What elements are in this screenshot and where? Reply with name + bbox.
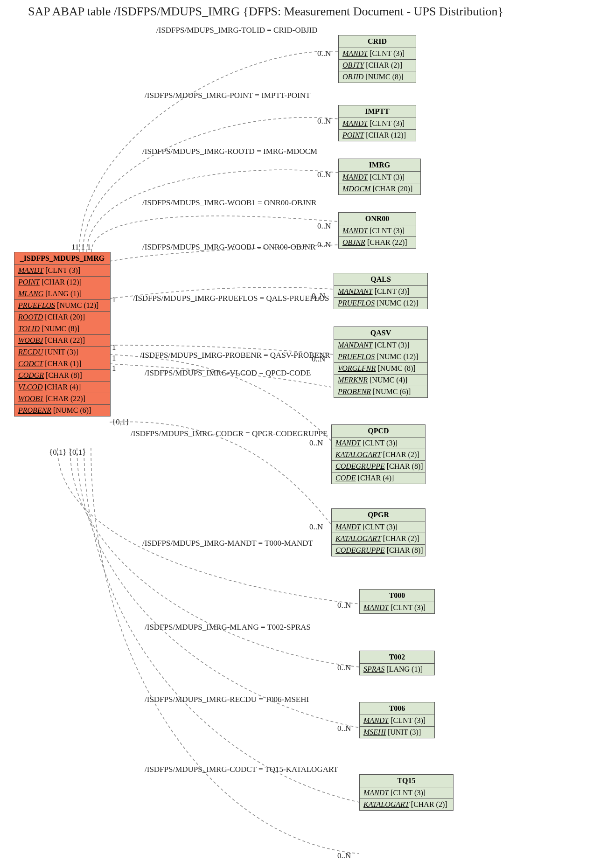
entity-field: CODGR [CHAR (8)] [14,370,110,382]
entity-field: MANDT [CLNT (3)] [14,265,110,277]
card-right: 0..N [317,240,331,250]
edge-label: /ISDFPS/MDUPS_IMRG-TOLID = CRID-OBJID [156,26,318,35]
edge-label: /ISDFPS/MDUPS_IMRG-PROBENR = QASV-PROBEN… [140,351,330,360]
entity-head: T006 [360,702,434,715]
entity-t000: T000MANDT [CLNT (3)] [359,589,435,614]
entity-head: QPCD [332,425,425,437]
entity-head: T002 [360,651,434,664]
page-title: SAP ABAP table /ISDFPS/MDUPS_IMRG {DFPS:… [28,5,503,19]
edge-label: /ISDFPS/MDUPS_IMRG-RECDU = T006-MSEHI [145,695,309,704]
entity-field: PRUEFLOS [NUMC (12)] [334,298,427,309]
entity-field: MERKNR [NUMC (4)] [334,375,427,386]
entity-field: KATALOGART [CHAR (2)] [332,449,425,461]
entity-field: ROOTD [CHAR (20)] [14,312,110,323]
edge-label: /ISDFPS/MDUPS_IMRG-MLANG = T002-SPRAS [145,623,311,632]
entity-qals: QALSMANDANT [CLNT (3)]PRUEFLOS [NUMC (12… [334,273,428,309]
card-left: {0,1} [112,417,130,427]
edge-label: /ISDFPS/MDUPS_IMRG-POINT = IMPTT-POINT [145,91,310,100]
entity-field: MANDANT [CLNT (3)] [334,286,427,298]
entity-field: MLANG [LANG (1)] [14,288,110,300]
entity-main-head: _ISDFPS_MDUPS_IMRG [14,252,110,265]
card-right: 0..N [312,354,325,364]
entity-field: MANDANT [CLNT (3)] [334,340,427,351]
entity-head: QALS [334,273,427,286]
entity-crid: CRIDMANDT [CLNT (3)]OBJTY [CHAR (2)]OBJI… [338,35,416,83]
entity-field: POINT [CHAR (12)] [14,277,110,288]
entity-field: MSEHI [UNIT (3)] [360,727,434,738]
entity-field: WOOBJ [CHAR (22)] [14,335,110,347]
entity-main: _ISDFPS_MDUPS_IMRG MANDT [CLNT (3)]POINT… [14,252,111,417]
entity-field: VORGLFNR [NUMC (8)] [334,363,427,375]
entity-field: VLCOD [CHAR (4)] [14,382,110,393]
edge-label: /ISDFPS/MDUPS_IMRG-ROOTD = IMRG-MDOCM [142,147,317,156]
entity-field: CODCT [CHAR (1)] [14,358,110,370]
entity-field: KATALOGART [CHAR (2)] [360,799,453,810]
entity-imrg: IMRGMANDT [CLNT (3)]MDOCM [CHAR (20)] [338,159,421,195]
entity-field: PROBENR [NUMC (6)] [334,386,427,397]
card-right: 0..N [309,438,323,448]
entity-qpgr: QPGRMANDT [CLNT (3)]KATALOGART [CHAR (2)… [331,508,426,556]
card-right: 0..N [317,222,331,231]
entity-field: CODEGRUPPE [CHAR (8)] [332,545,425,556]
card-left: 1 [112,295,116,305]
edge-label: /ISDFPS/MDUPS_IMRG-WOOBJ = ONR00-OBJNR [142,243,315,252]
entity-onr00: ONR00MANDT [CLNT (3)]OBJNR [CHAR (22)] [338,212,416,249]
card-left: 1 [112,364,116,373]
card-right: 0..N [337,724,351,733]
entity-head: TQ15 [360,775,453,787]
entity-field: CODEGRUPPE [CHAR (8)] [332,461,425,472]
entity-field: MANDT [CLNT (3)] [339,172,420,183]
edge-label: /ISDFPS/MDUPS_IMRG-WOOB1 = ONR00-OBJNR [142,198,316,208]
card-left: 1 [112,343,116,352]
edge-label: /ISDFPS/MDUPS_IMRG-PRUEFLOS = QALS-PRUEF… [133,294,329,303]
card-right: 0..N [317,49,331,58]
entity-head: T000 [360,590,434,602]
edge-label: /ISDFPS/MDUPS_IMRG-VLCOD = QPCD-CODE [145,368,311,378]
entity-t006: T006MANDT [CLNT (3)]MSEHI [UNIT (3)] [359,702,435,738]
entity-head: CRID [339,35,416,48]
card-right: 0..N [337,851,351,861]
entity-field: PROBENR [NUMC (6)] [14,405,110,416]
entity-field: MANDT [CLNT (3)] [339,225,416,237]
entity-field: TOLID [NUMC (8)] [14,323,110,335]
entity-head: QPGR [332,509,425,521]
entity-field: POINT [CHAR (12)] [339,130,416,141]
edge-label: /ISDFPS/MDUPS_IMRG-CODGR = QPGR-CODEGRUP… [131,429,328,438]
entity-head: IMPTT [339,105,416,118]
entity-field: KATALOGART [CHAR (2)] [332,533,425,545]
entity-field: RECDU [UNIT (3)] [14,347,110,358]
entity-field: MANDT [CLNT (3)] [339,48,416,60]
entity-main-rows: MANDT [CLNT (3)]POINT [CHAR (12)]MLANG [… [14,265,110,416]
entity-qpcd: QPCDMANDT [CLNT (3)]KATALOGART [CHAR (2)… [331,424,426,484]
entity-field: CODE [CHAR (4)] [332,472,425,484]
entity-field: WOOB1 [CHAR (22)] [14,393,110,405]
card-left: 1 [112,354,116,363]
entity-field: MANDT [CLNT (3)] [360,602,434,613]
edge-label: /ISDFPS/MDUPS_IMRG-CODCT = TQ15-KATALOGA… [145,765,338,774]
entity-imptt: IMPTTMANDT [CLNT (3)]POINT [CHAR (12)] [338,105,416,141]
entity-field: MANDT [CLNT (3)] [360,787,453,799]
card-left-cluster: 11 1 1 [71,243,91,252]
card-left-bottom: {0,1} {0,1} [49,448,86,457]
entity-t002: T002SPRAS [LANG (1)] [359,651,435,675]
entity-head: IMRG [339,159,420,172]
card-right: 0..N [337,663,351,673]
entity-field: MANDT [CLNT (3)] [332,521,425,533]
entity-head: QASV [334,327,427,340]
card-right: 0..N [337,601,351,610]
entity-field: MANDT [CLNT (3)] [339,118,416,130]
edge-label: /ISDFPS/MDUPS_IMRG-MANDT = T000-MANDT [142,539,313,548]
card-right: 0..N [317,117,331,126]
entity-field: OBJTY [CHAR (2)] [339,60,416,71]
entity-field: MANDT [CLNT (3)] [332,437,425,449]
card-right: 0..N [312,292,325,301]
entity-field: MANDT [CLNT (3)] [360,715,434,727]
entity-tq15: TQ15MANDT [CLNT (3)]KATALOGART [CHAR (2)… [359,774,454,811]
entity-field: MDOCM [CHAR (20)] [339,183,420,194]
card-right: 0..N [309,522,323,532]
entity-field: SPRAS [LANG (1)] [360,664,434,675]
entity-head: ONR00 [339,213,416,225]
entity-qasv: QASVMANDANT [CLNT (3)]PRUEFLOS [NUMC (12… [334,326,428,398]
card-right: 0..N [317,170,331,180]
entity-field: OBJID [NUMC (8)] [339,71,416,83]
